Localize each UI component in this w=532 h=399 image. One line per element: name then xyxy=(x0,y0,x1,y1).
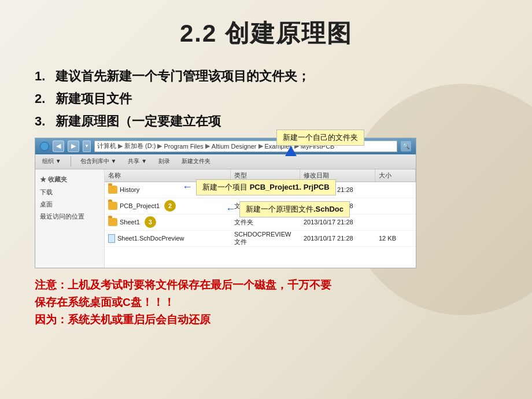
page-title: 2.2 创建原理图 xyxy=(35,17,497,50)
note-text: 注意：上机及考试时要将文件保存在最后一个磁盘，千万不要 保存在系统桌面或C盘！！… xyxy=(35,276,497,329)
nav-panel: ★ 收藏夹 下载 桌面 最近访问的位置 xyxy=(35,169,105,268)
svg-marker-0 xyxy=(285,146,297,156)
list-item-2: 2. 新建项目文件 xyxy=(35,88,497,109)
col-size: 大小 xyxy=(375,169,416,182)
nav-desktop-label: 桌面 xyxy=(40,200,53,209)
explorer-container: 新建一个自己的文件夹 ◀ ▶ ▼ 计算机 ▶ 新加卷 (D:) ▶ Progra… xyxy=(35,138,497,268)
folder-icon-2 xyxy=(108,202,117,210)
schdoc-arrow: ← xyxy=(226,203,236,215)
addr-part-3: Program Files xyxy=(164,143,203,150)
back-button[interactable]: ◀ xyxy=(53,141,64,152)
sheet1-name: Sheet1 3 xyxy=(105,216,231,228)
list-item-3: 3. 新建原理图（一定要建立在项 xyxy=(35,111,497,131)
sheet1-date: 2013/10/17 21:28 xyxy=(300,219,375,226)
toolbar-new-folder[interactable]: 新建文件夹 xyxy=(179,157,213,166)
include-library-label: 包含到库中 ▼ xyxy=(80,157,117,165)
share-label: 共享 ▼ xyxy=(128,157,147,165)
schdoc-type: SCHDOCPREVIEW 文件 xyxy=(231,231,300,246)
folder-icon-3 xyxy=(108,218,117,226)
addr-part-2: 新加卷 (D:) xyxy=(124,142,156,150)
file-row-schdoc[interactable]: Sheet1.SchDocPreview SCHDOCPREVIEW 文件 20… xyxy=(105,231,416,247)
list-num-1: 1. xyxy=(35,66,56,86)
window-icon xyxy=(40,142,49,151)
addr-part-4: Altium Designer xyxy=(212,143,257,150)
schdoc-size: 12 KB xyxy=(375,235,416,242)
file-icon xyxy=(108,234,115,243)
list-num-3: 3. xyxy=(35,111,56,131)
pcbproject-name: PCB_Project1 2 xyxy=(105,200,231,212)
badge-3: 3 xyxy=(145,216,156,228)
addr-part-1: 计算机 xyxy=(97,142,116,150)
callout-schdoc-wrapper: ← 新建一个原理图文件.SchDoc xyxy=(226,201,350,217)
list-text-2: 新建项目文件 xyxy=(56,88,132,109)
list-num-2: 2. xyxy=(35,88,56,109)
list-text-1: 建议首先新建一个专门管理该项目的文件夹； xyxy=(56,66,310,86)
sheet1-type: 文件夹 xyxy=(231,218,300,227)
search-button[interactable]: 🔍 xyxy=(401,141,411,152)
schdoc-name: Sheet1.SchDocPreview xyxy=(105,234,231,243)
badge-2: 2 xyxy=(164,200,176,212)
toolbar-organize[interactable]: 组织 ▼ xyxy=(40,157,64,166)
burn-label: 刻录 xyxy=(158,157,170,165)
note-section: 注意：上机及考试时要将文件保存在最后一个磁盘，千万不要 保存在系统桌面或C盘！！… xyxy=(35,276,497,329)
toolbar-sep-1 xyxy=(71,156,71,167)
schdoc-date: 2013/10/17 21:28 xyxy=(300,235,375,242)
nav-item-download[interactable]: 下载 xyxy=(35,186,104,198)
nav-recent-label: 最近访问的位置 xyxy=(40,212,84,221)
nav-item-desktop[interactable]: 桌面 xyxy=(35,198,104,210)
new-folder-label: 新建文件夹 xyxy=(182,157,210,165)
toolbar-burn[interactable]: 刻录 xyxy=(156,157,172,166)
callout-project-label: 新建一个项目 PCB_Project1. PrjPCB xyxy=(196,179,336,195)
instruction-list: 1. 建议首先新建一个专门管理该项目的文件夹； 2. 新建项目文件 3. 新建原… xyxy=(35,66,497,132)
nav-down-button[interactable]: ▼ xyxy=(83,141,91,152)
forward-button[interactable]: ▶ xyxy=(68,141,79,152)
callout-folder-wrapper: 新建一个自己的文件夹 xyxy=(276,130,364,157)
callout-schdoc-label: 新建一个原理图文件.SchDoc xyxy=(239,201,350,217)
list-text-3: 新建原理图（一定要建立在项 xyxy=(56,111,221,131)
organize-label: 组织 ▼ xyxy=(42,157,61,165)
callout-project-wrapper: ← 新建一个项目 PCB_Project1. PrjPCB xyxy=(182,179,336,195)
toolbar-share[interactable]: 共享 ▼ xyxy=(125,157,149,166)
project-arrow: ← xyxy=(182,181,193,193)
toolbar-include-library[interactable]: 包含到库中 ▼ xyxy=(78,157,119,166)
callout-folder-arrow xyxy=(282,146,300,157)
nav-download-label: 下载 xyxy=(40,188,53,197)
nav-item-recent[interactable]: 最近访问的位置 xyxy=(35,210,104,223)
nav-favorites-title: ★ 收藏夹 xyxy=(35,174,104,185)
folder-icon xyxy=(108,186,117,194)
list-item-1: 1. 建议首先新建一个专门管理该项目的文件夹； xyxy=(35,66,497,86)
callout-folder-label: 新建一个自己的文件夹 xyxy=(276,130,364,146)
